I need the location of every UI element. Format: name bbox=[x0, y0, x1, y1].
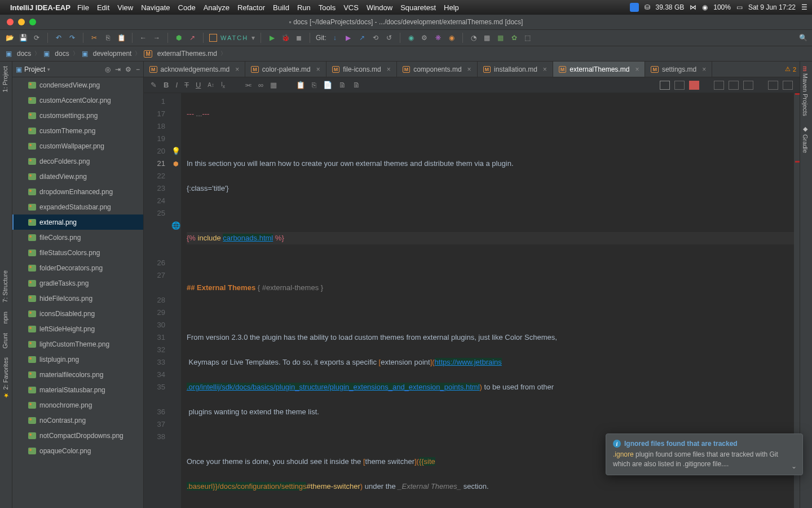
tree-item[interactable]: iconsDisabled.png bbox=[12, 306, 143, 321]
tree-item[interactable]: materialStatusbar.png bbox=[12, 382, 143, 397]
menu-squaretest[interactable]: Squaretest bbox=[400, 3, 436, 12]
close-tab-icon[interactable]: × bbox=[543, 65, 547, 73]
menu-extras-icon[interactable]: ☰ bbox=[801, 3, 807, 11]
paste-button[interactable]: 📋 bbox=[116, 33, 126, 43]
redo-button[interactable]: ↷ bbox=[67, 33, 77, 43]
expand-icon[interactable]: ⌄ bbox=[791, 462, 797, 470]
layout-5[interactable] bbox=[783, 81, 793, 90]
project-tree[interactable]: condensedView.pngcustomAccentColor.pngcu… bbox=[12, 77, 143, 508]
scroll-to-source-icon[interactable]: ◎ bbox=[105, 65, 111, 73]
toolwindow-grunt[interactable]: Grunt bbox=[0, 329, 10, 353]
toolwindow-project[interactable]: 1: Project bbox=[0, 62, 10, 97]
tree-item[interactable]: customsettings.png bbox=[12, 108, 143, 123]
presentation-icon[interactable] bbox=[209, 34, 217, 42]
edit-icon[interactable]: ✎ bbox=[151, 81, 157, 89]
tool-icon-8[interactable]: ⬚ bbox=[523, 33, 533, 43]
back-button[interactable]: ← bbox=[138, 33, 148, 43]
app-name[interactable]: IntelliJ IDEA-EAP bbox=[10, 3, 70, 12]
tree-item[interactable]: customWallpaper.png bbox=[12, 138, 143, 154]
run-button[interactable]: ▶ bbox=[267, 33, 277, 43]
menu-edit[interactable]: Edit bbox=[97, 3, 109, 12]
stop-button[interactable]: ◼ bbox=[294, 33, 304, 43]
tree-item[interactable]: listplugin.png bbox=[12, 352, 143, 367]
breadcrumb-file[interactable]: externalThemes.md bbox=[157, 50, 217, 58]
preview-mode-2[interactable] bbox=[674, 81, 685, 90]
italic-button[interactable]: I bbox=[175, 81, 178, 89]
tree-item[interactable]: expandedStatusbar.png bbox=[12, 199, 143, 214]
menu-file[interactable]: File bbox=[77, 3, 89, 12]
forward-button[interactable]: → bbox=[152, 33, 162, 43]
breadcrumb-root[interactable]: docs bbox=[17, 50, 31, 58]
tool-icon-6[interactable]: ▦ bbox=[496, 33, 506, 43]
layout-2[interactable] bbox=[729, 81, 739, 90]
tree-item[interactable]: gradleTasks.png bbox=[12, 275, 143, 291]
editor-tab[interactable]: Msettings.md× bbox=[645, 62, 712, 77]
tree-item[interactable]: folderDecorators.png bbox=[12, 260, 143, 275]
menu-code[interactable]: Code bbox=[178, 3, 196, 12]
close-window-button[interactable] bbox=[7, 19, 14, 25]
menu-run[interactable]: Run bbox=[297, 3, 311, 12]
refresh-button[interactable]: ⟳ bbox=[32, 33, 42, 43]
close-tab-icon[interactable]: × bbox=[387, 65, 391, 73]
menu-help[interactable]: Help bbox=[444, 3, 459, 12]
menu-analyze[interactable]: Analyze bbox=[204, 3, 230, 12]
toolwindow-gradle[interactable]: ◆ Gradle bbox=[800, 121, 811, 157]
tree-item[interactable]: decoFolders.png bbox=[12, 154, 143, 169]
build-action-button[interactable]: ↗ bbox=[187, 33, 197, 43]
hide-icon[interactable]: − bbox=[136, 65, 140, 73]
menu-navigate[interactable]: Navigate bbox=[141, 3, 170, 12]
tie-icon[interactable]: ⋈ bbox=[690, 3, 696, 11]
tree-item[interactable]: external.png bbox=[12, 214, 143, 230]
search-everywhere-button[interactable]: 🔍 bbox=[799, 34, 807, 42]
tree-item[interactable]: customAccentColor.png bbox=[12, 93, 143, 108]
notification-popup[interactable]: iIgnored files found that are tracked .i… bbox=[606, 433, 803, 475]
bold-button[interactable]: B bbox=[164, 81, 169, 89]
undo-button[interactable]: ↶ bbox=[54, 33, 64, 43]
open-button[interactable]: 📂 bbox=[5, 33, 15, 43]
run-config-selector[interactable]: WATCH bbox=[220, 34, 248, 41]
tree-item[interactable]: noContrast.png bbox=[12, 413, 143, 428]
editor-tab[interactable]: Mcomponents.md× bbox=[397, 62, 478, 77]
minimize-window-button[interactable] bbox=[18, 19, 25, 25]
tree-item[interactable]: opaqueColor.png bbox=[12, 443, 143, 458]
doc2-icon[interactable]: 🗎 bbox=[353, 81, 360, 89]
vcs-revert-button[interactable]: ↺ bbox=[384, 33, 394, 43]
bulb-icon[interactable]: 💡 bbox=[171, 145, 180, 157]
debug-button[interactable]: 🐞 bbox=[280, 33, 290, 43]
toolwindow-favorites[interactable]: ★ 2: Favorites bbox=[0, 353, 11, 404]
link-icon[interactable]: ⫘ bbox=[244, 81, 251, 89]
clipboard-icon[interactable]: 📋 bbox=[296, 81, 305, 89]
tree-item[interactable]: materialfilecolors.png bbox=[12, 367, 143, 382]
tree-item[interactable]: fileColors.png bbox=[12, 230, 143, 245]
breadcrumb-docs[interactable]: docs bbox=[55, 50, 69, 58]
tool-icon-4[interactable]: ◔ bbox=[469, 33, 479, 43]
close-tab-icon[interactable]: × bbox=[635, 65, 639, 73]
close-tab-icon[interactable]: × bbox=[467, 65, 471, 73]
font-button[interactable]: A↕ bbox=[208, 82, 214, 88]
cut-button[interactable]: ✂ bbox=[89, 33, 99, 43]
doc-icon[interactable]: 🗎 bbox=[339, 81, 346, 89]
close-tab-icon[interactable]: × bbox=[702, 65, 706, 73]
paste-icon[interactable]: 📄 bbox=[323, 81, 332, 89]
editor-tab[interactable]: Macknowledgements.md× bbox=[144, 62, 245, 77]
editor-tab[interactable]: Mfile-icons.md× bbox=[326, 62, 397, 77]
tree-item[interactable]: lightCustomTheme.png bbox=[12, 336, 143, 352]
close-tab-icon[interactable]: × bbox=[316, 65, 320, 73]
copy-button[interactable]: ⎘ bbox=[103, 33, 113, 43]
layout-4[interactable] bbox=[768, 81, 778, 90]
vcs-push-button[interactable]: ↗ bbox=[357, 33, 367, 43]
tree-item[interactable]: hideFileIcons.png bbox=[12, 291, 143, 306]
subscript-button[interactable]: Ix bbox=[221, 81, 225, 89]
copy-icon[interactable]: ⎘ bbox=[312, 81, 316, 89]
tree-item[interactable]: fileStatusColors.png bbox=[12, 245, 143, 260]
menu-tools[interactable]: Tools bbox=[319, 3, 336, 12]
menu-build[interactable]: Build bbox=[273, 3, 289, 12]
menu-view[interactable]: View bbox=[117, 3, 133, 12]
preview-mode-3[interactable] bbox=[689, 81, 699, 90]
toolwindow-maven[interactable]: m Maven Projects bbox=[800, 62, 810, 121]
toolwindow-structure[interactable]: 7: Structure bbox=[0, 266, 10, 307]
tree-item[interactable]: dropdownEnhanced.png bbox=[12, 184, 143, 199]
error-marker[interactable] bbox=[795, 161, 800, 163]
tree-item[interactable]: leftSideHeight.png bbox=[12, 321, 143, 336]
layout-1[interactable] bbox=[714, 81, 724, 90]
